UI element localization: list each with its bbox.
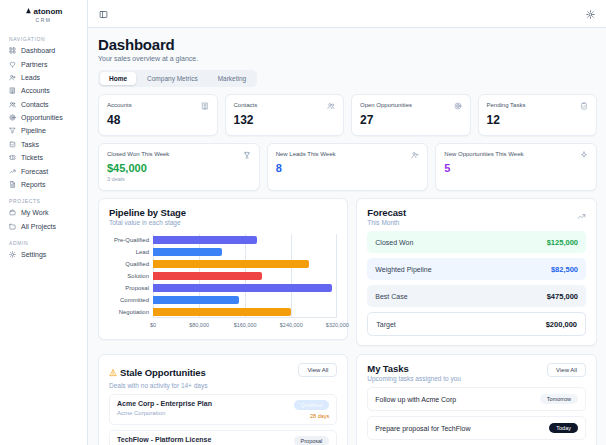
- trending-up-icon: [577, 207, 586, 225]
- sidebar-item-label: Tasks: [21, 141, 39, 148]
- partners-icon: [9, 61, 16, 68]
- sidebar-item-tasks[interactable]: Tasks: [0, 138, 87, 151]
- sidebar-item-label: Dashboard: [21, 47, 55, 54]
- chart-bar-negotiation: [153, 308, 291, 316]
- sidebar-item-reports[interactable]: Reports: [0, 178, 87, 191]
- sidebar-item-tickets[interactable]: Tickets: [0, 151, 87, 164]
- forecast-row-closed-won: Closed Won$125,000: [367, 231, 586, 253]
- chart-category-label: Negotiation: [109, 309, 153, 315]
- settings-icon: [9, 251, 16, 258]
- logo-icon: [25, 7, 32, 16]
- sidebar-item-settings[interactable]: Settings: [0, 248, 87, 261]
- stat-label: Open Opportunities: [360, 102, 412, 108]
- chart-row-solution: Solution: [109, 270, 337, 282]
- stale-opportunities-title: Stale Opportunities: [120, 367, 206, 378]
- reports-icon: [9, 181, 16, 188]
- due-badge: Tomorrow: [540, 394, 578, 404]
- forecast-row-best-case: Best Case$475,000: [367, 285, 586, 307]
- stale-opportunity-item[interactable]: Acme Corp - Enterprise PlanAcme Corporat…: [109, 394, 337, 425]
- forecast-row-label: Closed Won: [375, 239, 413, 246]
- stage-badge: Qualified: [294, 400, 330, 410]
- task-item[interactable]: Prepare proposal for TechFlowToday: [367, 416, 586, 440]
- my-tasks-card: My Tasks Upcoming tasks assigned to you …: [356, 354, 597, 445]
- dashboard-tabs: HomeCompany MetricsMarketing: [98, 70, 257, 87]
- sidebar-item-all-projects[interactable]: All Projects: [0, 220, 87, 233]
- stale-opportunity-item[interactable]: TechFlow - Platform LicenseTechFlow Solu…: [109, 430, 337, 445]
- week-card-label: New Leads This Week: [276, 151, 336, 157]
- stat-card-contacts: Contacts132: [225, 94, 345, 136]
- leads-icon: [9, 74, 16, 81]
- stat-label: Contacts: [234, 102, 258, 108]
- stat-label: Pending Tasks: [487, 102, 526, 108]
- sidebar-item-accounts[interactable]: Accounts: [0, 84, 87, 97]
- sidebar-item-contacts[interactable]: Contacts: [0, 98, 87, 111]
- task-title: Prepare proposal for TechFlow: [375, 425, 470, 432]
- chart-row-qualified: Qualified: [109, 258, 337, 270]
- task-title: Follow up with Acme Corp: [375, 396, 456, 403]
- warning-icon: [109, 363, 117, 381]
- sidebar: atonom CRM NavigationDashboardPartnersLe…: [0, 0, 88, 445]
- pipeline-chart-subtitle: Total value in each stage: [109, 219, 186, 226]
- week-card-value: $45,000: [107, 162, 251, 174]
- x-axis-tick: $320,000: [326, 322, 349, 328]
- trophy-icon: [243, 151, 251, 159]
- my-tasks-title: My Tasks: [367, 363, 461, 374]
- sidebar-toggle-button[interactable]: [99, 5, 108, 23]
- target-icon: [454, 102, 462, 110]
- sidebar-item-leads[interactable]: Leads: [0, 71, 87, 84]
- sidebar-item-pipeline[interactable]: Pipeline: [0, 124, 87, 137]
- tab-marketing[interactable]: Marketing: [209, 72, 256, 85]
- task-item[interactable]: Follow up with Acme CorpTomorrow: [367, 387, 586, 411]
- logo[interactable]: atonom CRM: [0, 7, 87, 29]
- logo-subtext: CRM: [0, 17, 87, 23]
- sidebar-item-label: Reports: [21, 181, 46, 188]
- chart-category-label: Qualified: [109, 261, 153, 267]
- chart-bar-solution: [153, 272, 262, 280]
- chart-bar-lead: [153, 248, 222, 256]
- sidebar-item-label: Forecast: [21, 168, 48, 175]
- accounts-icon: [9, 87, 16, 94]
- sidebar-item-opportunities[interactable]: Opportunities: [0, 111, 87, 124]
- stale-opportunities-card: Stale Opportunities Deals with no activi…: [98, 354, 348, 445]
- stat-value: 12: [487, 113, 589, 127]
- tasks-icon: [9, 141, 16, 148]
- sidebar-item-partners[interactable]: Partners: [0, 57, 87, 70]
- forecast-row-target: Target$200,000: [367, 312, 586, 336]
- forecast-icon: [9, 168, 16, 175]
- tasks-view-all-button[interactable]: View All: [547, 363, 586, 377]
- users-icon: [327, 102, 335, 110]
- weekly-stats-row: Closed Won This Week$45,0003 dealsNew Le…: [98, 143, 597, 191]
- tab-home[interactable]: Home: [100, 72, 136, 85]
- opportunity-title: TechFlow - Platform License: [117, 436, 211, 443]
- sidebar-item-dashboard[interactable]: Dashboard: [0, 44, 87, 57]
- pipeline-bar-chart: Pre-QualifiedLeadQualifiedSolutionPropos…: [109, 234, 337, 330]
- sidebar-item-forecast[interactable]: Forecast: [0, 164, 87, 177]
- sidebar-item-label: Tickets: [21, 154, 43, 161]
- pipeline-icon: [9, 127, 16, 134]
- tickets-icon: [9, 154, 16, 161]
- sidebar-item-label: Settings: [21, 251, 46, 258]
- sidebar-item-label: Opportunities: [21, 114, 63, 121]
- theme-toggle-button[interactable]: [586, 5, 595, 23]
- task-list: Follow up with Acme CorpTomorrowPrepare …: [367, 387, 586, 445]
- forecast-row-weighted-pipeline: Weighted Pipeline$82,500: [367, 258, 586, 280]
- charts-row: Pipeline by Stage Total value in each st…: [98, 198, 597, 346]
- tab-company-metrics[interactable]: Company Metrics: [138, 72, 207, 85]
- opportunity-company: Acme Corporation: [117, 410, 212, 416]
- week-card-value: 5: [444, 162, 588, 174]
- stale-view-all-button[interactable]: View All: [298, 363, 337, 377]
- building-icon: [201, 102, 209, 110]
- forecast-rows: Closed Won$125,000Weighted Pipeline$82,5…: [367, 231, 586, 336]
- dashboard-content: Dashboard Your sales overview at a glanc…: [88, 28, 606, 445]
- sidebar-item-my-work[interactable]: My Work: [0, 206, 87, 219]
- chart-category-label: Committed: [109, 297, 153, 303]
- week-card-value: 8: [276, 162, 420, 174]
- forecast-row-value: $475,000: [547, 292, 578, 301]
- nav-section-label-admin: Admin: [0, 233, 87, 248]
- due-badge: Today: [549, 423, 578, 433]
- nav-section-label-navigation: Navigation: [0, 29, 87, 44]
- sidebar-item-label: Contacts: [21, 101, 49, 108]
- forecast-title: Forecast: [367, 207, 406, 218]
- stat-value: 27: [360, 113, 462, 127]
- dashboard-icon: [9, 47, 16, 54]
